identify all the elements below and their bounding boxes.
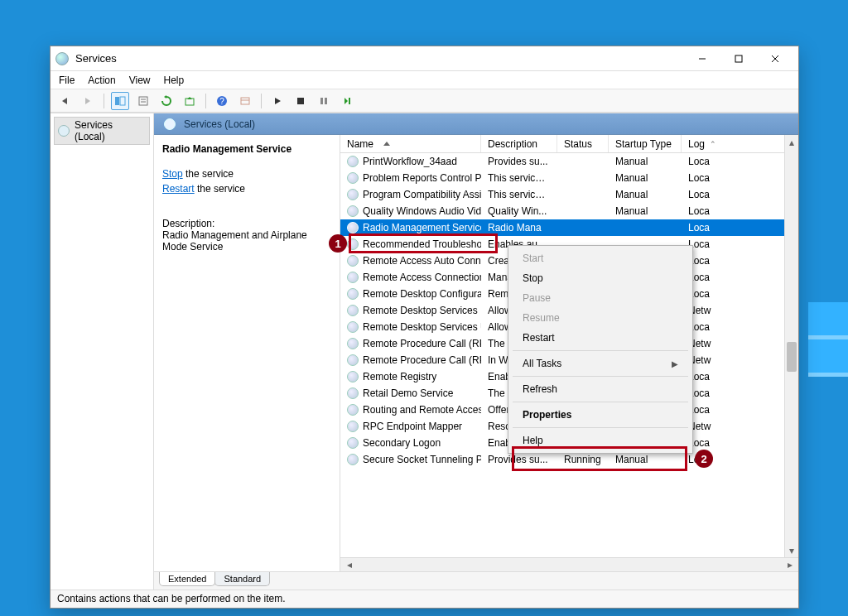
service-row[interactable]: Quality Windows Audio Vid...Quality Win.…: [340, 203, 798, 219]
gear-icon: [347, 321, 359, 333]
scroll-left-icon[interactable]: ◂: [342, 559, 356, 570]
minimize-button[interactable]: [684, 47, 720, 70]
gear-icon: [347, 172, 359, 184]
ctx-properties[interactable]: Properties: [511, 405, 690, 425]
scroll-right-icon[interactable]: ▸: [783, 559, 797, 570]
service-name: Remote Desktop Configurat...: [363, 288, 481, 300]
scroll-up-icon[interactable]: ▴: [785, 135, 798, 149]
ctx-help[interactable]: Help: [511, 431, 690, 450]
stop-service-button[interactable]: [292, 92, 310, 110]
svg-rect-16: [325, 98, 327, 104]
restart-suffix: the service: [195, 183, 245, 195]
menu-action[interactable]: Action: [88, 75, 115, 86]
ctx-refresh[interactable]: Refresh: [511, 379, 690, 399]
detail-title: Radio Management Service: [162, 143, 331, 155]
service-name: Remote Desktop Services U...: [363, 321, 481, 333]
nav-root-label: Services (Local): [75, 119, 146, 142]
service-description: This service ...: [481, 189, 557, 200]
service-logon: Loca: [682, 205, 798, 217]
stop-service-link[interactable]: Stop: [162, 168, 183, 180]
close-button[interactable]: [757, 47, 793, 70]
col-log-on-as[interactable]: Log⌃: [682, 135, 798, 152]
service-logon: Loca: [682, 404, 798, 416]
service-name: Remote Access Connection...: [363, 272, 481, 283]
service-row[interactable]: Secure Socket Tunneling Pr...Provides su…: [340, 451, 798, 468]
restart-service-button[interactable]: [338, 92, 356, 110]
vertical-scrollbar[interactable]: ▴ ▾: [784, 135, 798, 557]
service-startup: Manual: [609, 172, 682, 184]
ctx-stop[interactable]: Stop: [511, 268, 690, 288]
tab-standard[interactable]: Standard: [214, 572, 270, 586]
stop-suffix: the service: [183, 168, 234, 180]
service-description: Quality Win...: [481, 205, 557, 217]
gear-icon: [347, 255, 359, 267]
service-description: Provides su...: [481, 156, 557, 167]
context-menu: Start Stop Pause Resume Restart All Task…: [508, 245, 693, 454]
service-logon: Loca: [682, 454, 798, 465]
export-button[interactable]: [181, 92, 199, 110]
menu-file[interactable]: File: [59, 75, 75, 86]
gear-icon: [347, 189, 359, 200]
restart-service-link[interactable]: Restart: [162, 183, 195, 195]
forward-button[interactable]: [79, 92, 97, 110]
toolbar: ?: [51, 89, 798, 113]
nav-tree: Services (Local): [51, 113, 154, 590]
tab-extended[interactable]: Extended: [159, 572, 215, 586]
service-logon: Loca: [682, 437, 798, 449]
svg-rect-15: [320, 98, 323, 104]
svg-rect-14: [297, 98, 304, 104]
services-icon: [164, 118, 176, 130]
detail-pane: Radio Management Service Stop the servic…: [154, 135, 340, 571]
ctx-restart[interactable]: Restart: [511, 328, 690, 348]
service-name: Remote Procedure Call (RPC): [363, 338, 481, 349]
service-row[interactable]: Problem Reports Control Pa...This servic…: [340, 170, 798, 186]
service-name: Remote Procedure Call (RP...: [363, 354, 481, 366]
help-button[interactable]: ?: [213, 92, 231, 110]
service-startup: Manual: [609, 454, 682, 465]
col-status[interactable]: Status: [557, 135, 609, 152]
gear-icon: [347, 354, 359, 366]
svg-rect-1: [735, 55, 742, 62]
show-hide-tree-button[interactable]: [111, 92, 129, 110]
service-logon: Loca: [682, 272, 798, 283]
col-name[interactable]: Name: [340, 135, 481, 152]
service-name: Problem Reports Control Pa...: [363, 172, 481, 184]
menu-help[interactable]: Help: [164, 75, 185, 86]
scroll-down-icon[interactable]: ▾: [785, 543, 798, 557]
service-row[interactable]: PrintWorkflow_34aadProvides su...ManualL…: [340, 153, 798, 170]
ctx-pause: Pause: [511, 288, 690, 308]
gear-icon: [347, 222, 359, 233]
properties-button[interactable]: [134, 92, 152, 110]
service-name: RPC Endpoint Mapper: [363, 421, 462, 432]
service-name: Retail Demo Service: [363, 387, 453, 399]
refresh-button[interactable]: [157, 92, 176, 110]
menubar: File Action View Help: [51, 71, 798, 89]
service-row[interactable]: Radio Management ServiceRadio ManaLoca: [340, 219, 798, 236]
nav-services-local[interactable]: Services (Local): [54, 117, 150, 145]
service-description: Radio Mana: [481, 222, 557, 233]
col-description[interactable]: Description: [481, 135, 557, 152]
maximize-button[interactable]: [720, 47, 757, 70]
ctx-all-tasks[interactable]: All Tasks▶: [511, 354, 690, 373]
back-button[interactable]: [55, 92, 74, 110]
scrollbar-thumb[interactable]: [787, 342, 797, 372]
horizontal-scrollbar[interactable]: ◂ ▸: [340, 557, 798, 571]
titlebar: Services: [51, 46, 798, 71]
service-logon: Netw: [682, 354, 798, 366]
service-logon: Loca: [682, 238, 798, 250]
gear-icon: [347, 238, 359, 250]
menu-view[interactable]: View: [129, 75, 151, 86]
list-button[interactable]: [236, 92, 254, 110]
service-row[interactable]: Program Compatibility Assi...This servic…: [340, 186, 798, 203]
service-logon: Loca: [682, 189, 798, 200]
service-logon: Loca: [682, 255, 798, 267]
gear-icon: [347, 288, 359, 300]
col-startup-type[interactable]: Startup Type: [609, 135, 682, 152]
service-logon: Loca: [682, 371, 798, 383]
svg-rect-4: [115, 97, 119, 105]
service-logon: Loca: [682, 321, 798, 333]
service-name: Recommended Troublesho...: [363, 238, 481, 250]
gear-icon: [347, 404, 359, 416]
pause-service-button[interactable]: [315, 92, 333, 110]
start-service-button[interactable]: [268, 92, 287, 110]
